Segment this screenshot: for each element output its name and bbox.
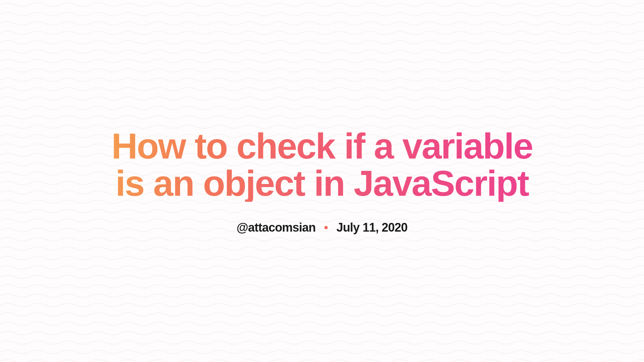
publish-date: July 11, 2020 <box>336 221 408 235</box>
author-handle: @attacomsian <box>236 221 316 235</box>
page-title: How to check if a variable is an object … <box>101 127 543 202</box>
meta-row: @attacomsian July 11, 2020 <box>101 221 543 235</box>
content-container: How to check if a variable is an object … <box>87 127 557 235</box>
bullet-separator-icon <box>324 226 328 229</box>
